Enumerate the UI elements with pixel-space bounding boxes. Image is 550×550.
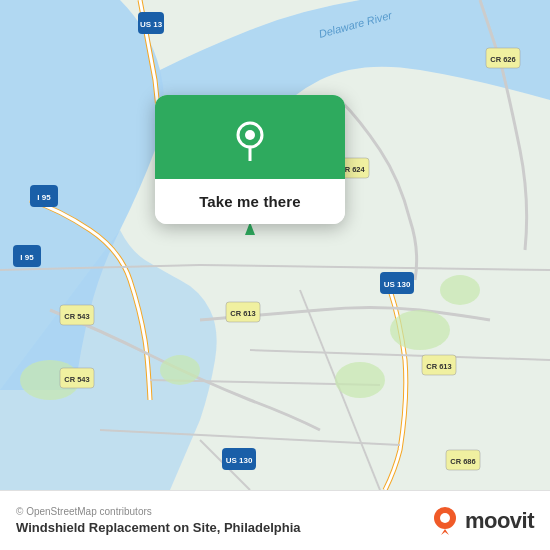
moovit-logo: moovit (431, 507, 534, 535)
svg-text:CR 543: CR 543 (64, 375, 89, 384)
svg-text:US 130: US 130 (384, 280, 411, 289)
svg-text:CR 626: CR 626 (490, 55, 515, 64)
svg-text:I 95: I 95 (37, 193, 51, 202)
svg-point-10 (335, 362, 385, 398)
svg-text:CR 613: CR 613 (426, 362, 451, 371)
copyright-text: © OpenStreetMap contributors (16, 506, 301, 517)
svg-point-40 (245, 130, 255, 140)
moovit-pin-icon (431, 507, 459, 535)
svg-text:CR 543: CR 543 (64, 312, 89, 321)
map-view: US 13 I 95 I 95 US 130 US 130 CR 543 CR … (0, 0, 550, 490)
svg-text:CR 686: CR 686 (450, 457, 475, 466)
svg-point-8 (390, 310, 450, 350)
svg-text:I 95: I 95 (20, 253, 34, 262)
location-title: Windshield Replacement on Site, Philadel… (16, 520, 301, 535)
bottom-bar: © OpenStreetMap contributors Windshield … (0, 490, 550, 550)
svg-text:CR 613: CR 613 (230, 309, 255, 318)
svg-point-11 (160, 355, 200, 385)
moovit-label: moovit (465, 508, 534, 534)
bottom-left-section: © OpenStreetMap contributors Windshield … (16, 506, 301, 535)
take-me-there-button[interactable]: Take me there (155, 179, 345, 224)
location-popup: Take me there (155, 95, 345, 224)
svg-point-9 (440, 275, 480, 305)
svg-text:US 13: US 13 (140, 20, 163, 29)
svg-text:US 130: US 130 (226, 456, 253, 465)
popup-header (155, 95, 345, 179)
svg-point-42 (440, 513, 450, 523)
location-pin-icon (228, 117, 272, 161)
